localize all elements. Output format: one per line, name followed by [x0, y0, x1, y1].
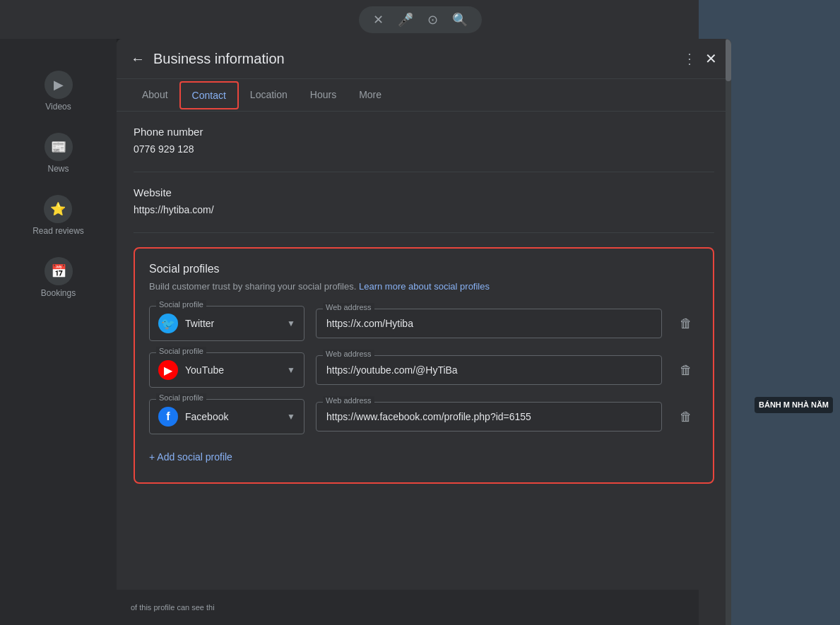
- youtube-label: YouTube: [185, 364, 280, 376]
- close-button[interactable]: ✕: [705, 50, 717, 67]
- videos-icon: ▶: [45, 71, 73, 99]
- twitter-social-label: Social profile: [156, 300, 206, 309]
- back-button[interactable]: ←: [131, 51, 145, 67]
- sidebar-item-label: Read reviews: [32, 226, 84, 236]
- lens-icon[interactable]: ⊙: [427, 12, 438, 28]
- tab-contact[interactable]: Contact: [179, 81, 239, 109]
- scrollbar[interactable]: [726, 39, 731, 625]
- back-arrow-icon: ←: [131, 51, 145, 67]
- modal-header: ← Business information ⋮ ✕: [117, 39, 731, 79]
- sidebar-item-label: Bookings: [41, 288, 76, 298]
- youtube-icon: ▶: [158, 360, 178, 380]
- facebook-dropdown-inner[interactable]: f Facebook ▼: [149, 399, 304, 434]
- youtube-delete-button[interactable]: 🗑: [673, 357, 699, 383]
- trash-icon: 🗑: [680, 316, 692, 331]
- twitter-url-input[interactable]: [316, 309, 662, 338]
- left-sidebar: ▶ Videos 📰 News ⭐ Read reviews 📅 Booking…: [0, 0, 117, 625]
- microphone-icon[interactable]: 🎤: [398, 12, 413, 28]
- facebook-web-address-field: Web address: [316, 402, 662, 431]
- youtube-dropdown-inner[interactable]: ▶ YouTube ▼: [149, 352, 304, 388]
- tab-location[interactable]: Location: [239, 79, 299, 112]
- tab-more[interactable]: More: [348, 79, 393, 112]
- twitter-bird-icon: 🐦: [161, 317, 175, 331]
- social-profiles-desc: Build customer trust by sharing your soc…: [149, 281, 699, 292]
- sidebar-item-read-reviews[interactable]: ⭐ Read reviews: [32, 195, 84, 236]
- social-desc-text: Build customer trust by sharing your soc…: [149, 281, 356, 292]
- sidebar-item-videos[interactable]: ▶ Videos: [45, 71, 73, 112]
- facebook-delete-button[interactable]: 🗑: [673, 404, 699, 429]
- phone-title: Phone number: [134, 126, 714, 138]
- facebook-web-address-label: Web address: [323, 396, 374, 405]
- youtube-chevron-icon: ▼: [287, 365, 295, 375]
- tab-hours[interactable]: Hours: [299, 79, 348, 112]
- twitter-profile-row: Social profile 🐦 Twitter ▼ Web address 🗑: [149, 306, 699, 341]
- youtube-play-icon: ▶: [164, 364, 172, 377]
- bottom-bar: of this profile can see thi: [117, 590, 699, 625]
- bottom-bar-text: of this profile can see thi: [131, 603, 215, 612]
- phone-value: 0776 929 128: [134, 143, 714, 155]
- youtube-profile-row: Social profile ▶ YouTube ▼ Web address 🗑: [149, 352, 699, 388]
- modal-title: Business information: [153, 51, 674, 67]
- youtube-dropdown[interactable]: Social profile ▶ YouTube ▼: [149, 352, 304, 388]
- facebook-label: Facebook: [185, 411, 280, 422]
- modal-content: Phone number 0776 929 128 Website https:…: [117, 112, 731, 625]
- youtube-social-label: Social profile: [156, 347, 206, 355]
- close-icon: ✕: [705, 51, 717, 66]
- news-icon: 📰: [45, 133, 73, 161]
- facebook-chevron-icon: ▼: [287, 412, 295, 422]
- close-icon[interactable]: ✕: [373, 12, 384, 28]
- search-bar[interactable]: ✕ 🎤 ⊙ 🔍: [359, 6, 482, 33]
- twitter-label: Twitter: [185, 318, 280, 329]
- twitter-icon: 🐦: [158, 314, 178, 333]
- more-options-button[interactable]: ⋮: [682, 50, 697, 67]
- learn-more-link[interactable]: Learn more about social profiles: [359, 281, 490, 292]
- twitter-web-address-field: Web address: [316, 309, 662, 338]
- tab-about[interactable]: About: [131, 79, 179, 112]
- facebook-url-input[interactable]: [316, 402, 662, 431]
- modal: ← Business information ⋮ ✕ About Contact…: [117, 39, 731, 625]
- website-value: https://hytiba.com/: [134, 204, 714, 215]
- facebook-dropdown[interactable]: Social profile f Facebook ▼: [149, 399, 304, 434]
- more-icon: ⋮: [682, 51, 697, 66]
- facebook-profile-row: Social profile f Facebook ▼ Web address …: [149, 399, 699, 434]
- tabs-bar: About Contact Location Hours More: [117, 79, 731, 112]
- scroll-thumb[interactable]: [726, 39, 731, 81]
- star-icon: ⭐: [44, 195, 72, 223]
- phone-section: Phone number 0776 929 128: [134, 126, 714, 155]
- divider-2: [134, 232, 714, 233]
- twitter-chevron-icon: ▼: [287, 319, 295, 328]
- trash-icon-2: 🗑: [680, 363, 692, 378]
- twitter-web-address-label: Web address: [323, 303, 374, 311]
- map-label: BÁNH M NHÀ NĂM: [755, 397, 833, 413]
- search-icon[interactable]: 🔍: [452, 12, 468, 28]
- twitter-dropdown[interactable]: Social profile 🐦 Twitter ▼: [149, 306, 304, 341]
- bookings-icon: 📅: [45, 257, 73, 285]
- trash-icon-3: 🗑: [680, 410, 692, 424]
- youtube-web-address-label: Web address: [323, 350, 374, 358]
- youtube-web-address-field: Web address: [316, 355, 662, 385]
- twitter-delete-button[interactable]: 🗑: [673, 311, 699, 336]
- facebook-icon: f: [158, 407, 178, 427]
- social-profiles-title: Social profiles: [149, 263, 699, 275]
- sidebar-item-label: News: [47, 164, 69, 174]
- website-section: Website https://hytiba.com/: [134, 186, 714, 215]
- sidebar-item-bookings[interactable]: 📅 Bookings: [41, 257, 76, 298]
- twitter-dropdown-inner[interactable]: 🐦 Twitter ▼: [149, 306, 304, 341]
- social-profiles-section: Social profiles Build customer trust by …: [134, 247, 714, 484]
- facebook-social-label: Social profile: [156, 393, 206, 402]
- add-social-profile-button[interactable]: + Add social profile: [149, 446, 232, 468]
- divider-1: [134, 172, 714, 172]
- facebook-f-icon: f: [166, 410, 170, 423]
- sidebar-item-label: Videos: [45, 102, 71, 112]
- website-title: Website: [134, 186, 714, 198]
- youtube-url-input[interactable]: [316, 355, 662, 385]
- sidebar-item-news[interactable]: 📰 News: [45, 133, 73, 174]
- add-social-label: + Add social profile: [149, 451, 232, 463]
